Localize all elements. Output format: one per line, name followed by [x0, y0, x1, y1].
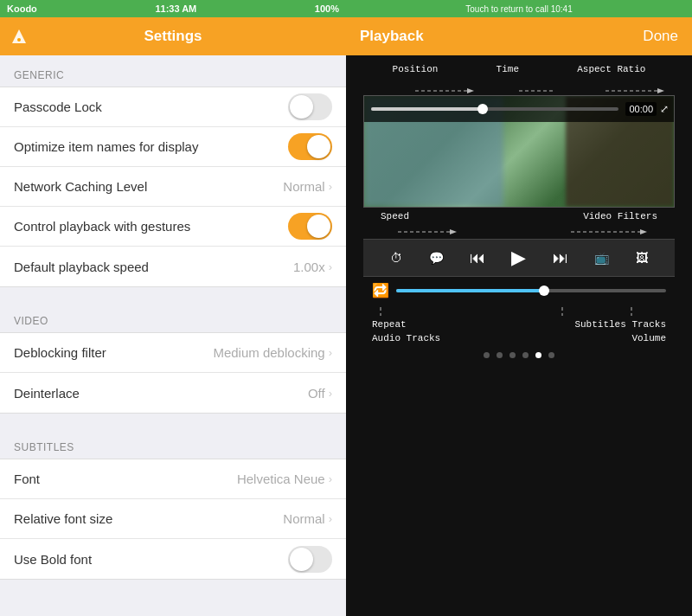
subtitle-icon[interactable]: 💬 — [429, 251, 444, 265]
display-icon[interactable]: 📺 — [594, 251, 609, 265]
bottom-labels-1: Repeat Subtitles Tracks — [363, 318, 675, 331]
volume-label: Volume — [631, 333, 666, 343]
playback-panel: Position Time Aspect Ratio — [346, 55, 692, 616]
svg-marker-5 — [467, 88, 474, 93]
aspect-ratio-label: Aspect Ratio — [577, 64, 645, 74]
annotation-arrows-middle — [363, 225, 675, 239]
svg-marker-6 — [657, 88, 664, 93]
speed-label: Speed — [381, 211, 409, 221]
font-value: Helvetica Neue › — [237, 472, 332, 486]
video-progress-bar[interactable]: 00:00 ⤢ — [364, 96, 674, 122]
bold-font-label: Use Bold font — [14, 552, 92, 567]
page-dots — [484, 345, 554, 365]
dot-2 — [497, 352, 503, 358]
passcode-lock-toggle[interactable] — [288, 93, 332, 120]
network-caching-value: Normal › — [283, 179, 332, 194]
svg-marker-10 — [640, 229, 647, 234]
svg-point-1 — [17, 38, 21, 42]
chevron-icon: › — [329, 512, 332, 525]
next-button[interactable]: ⏭ — [553, 249, 568, 267]
left-time: 11:33 AM — [155, 3, 196, 14]
clock-icon[interactable]: ⏱ — [390, 251, 402, 265]
time-label: Time — [497, 64, 519, 74]
font-size-label: Relative font size — [14, 511, 112, 526]
control-playback-toggle[interactable] — [288, 213, 332, 240]
video-settings-group: Deblocking filter Medium deblocking › De… — [0, 332, 346, 414]
annotation-arrows-bottom — [363, 304, 675, 318]
playback-title: Playback — [360, 28, 424, 45]
annotation-arrows-top — [363, 78, 675, 95]
bold-font-toggle[interactable] — [288, 546, 332, 573]
playback-speed-row[interactable]: Default playback speed 1.00x › — [0, 247, 346, 286]
playback-speed-value: 1.00x › — [293, 260, 332, 274]
deblocking-filter-label: Deblocking filter — [14, 345, 106, 360]
settings-header: Settings — [0, 17, 346, 55]
video-frame: 00:00 ⤢ — [363, 95, 675, 208]
video-filters-label: Video Filters — [583, 211, 657, 221]
svg-marker-9 — [450, 229, 457, 234]
section-video-header: VIDEO — [0, 301, 346, 332]
font-label: Font — [14, 472, 40, 486]
play-button[interactable]: ▶ — [511, 247, 526, 269]
settings-panel: GENERIC Passcode Lock Optimize item name… — [0, 55, 346, 616]
passcode-lock-row[interactable]: Passcode Lock — [0, 87, 346, 127]
control-playback-label: Control playback with gestures — [14, 219, 190, 234]
volume-slider[interactable] — [396, 289, 666, 292]
section-generic-header: GENERIC — [0, 55, 346, 87]
deinterlace-row[interactable]: Deinterlace Off › — [0, 373, 346, 413]
deblocking-filter-value: Medium deblocking › — [213, 345, 332, 360]
vlc-cone-icon — [10, 28, 28, 45]
chevron-icon: › — [329, 180, 332, 193]
left-carrier: Koodo — [7, 3, 37, 14]
subtitles-settings-group: Font Helvetica Neue › Relative font size… — [0, 459, 346, 580]
passcode-lock-label: Passcode Lock — [14, 99, 102, 114]
settings-title: Settings — [144, 28, 202, 45]
optimize-names-toggle[interactable] — [288, 133, 332, 160]
chevron-icon: › — [329, 260, 332, 273]
network-caching-row[interactable]: Network Caching Level Normal › — [0, 167, 346, 207]
bold-font-row[interactable]: Use Bold font — [0, 539, 346, 579]
optimize-names-row[interactable]: Optimize item names for display — [0, 127, 346, 167]
font-size-value: Normal › — [283, 511, 332, 526]
optimize-names-label: Optimize item names for display — [14, 139, 198, 154]
left-battery: 100% — [315, 3, 339, 14]
control-playback-row[interactable]: Control playback with gestures — [0, 207, 346, 247]
generic-settings-group: Passcode Lock Optimize item names for di… — [0, 87, 346, 287]
dot-5-active — [535, 352, 541, 358]
deinterlace-value: Off › — [308, 386, 332, 401]
font-size-row[interactable]: Relative font size Normal › — [0, 499, 346, 539]
network-caching-label: Network Caching Level — [14, 179, 147, 194]
time-display: 00:00 — [625, 102, 657, 116]
playback-content: Position Time Aspect Ratio — [346, 55, 692, 616]
left-status-bar: Koodo 11:33 AM 100% — [0, 0, 346, 17]
prev-button[interactable]: ⏮ — [470, 249, 485, 267]
chevron-icon: › — [329, 387, 332, 400]
subtitles-tracks-label: Subtitles Tracks — [574, 319, 666, 330]
deblocking-filter-row[interactable]: Deblocking filter Medium deblocking › — [0, 333, 346, 373]
chevron-icon: › — [329, 346, 332, 359]
right-status-bar: Touch to return to call 10:41 — [346, 0, 692, 17]
video-container: 00:00 ⤢ — [363, 95, 675, 208]
playback-speed-label: Default playback speed — [14, 260, 149, 274]
done-button[interactable]: Done — [643, 28, 678, 45]
controls-bar: ⏱ 💬 ⏮ ▶ ⏭ 📺 🖼 — [363, 239, 675, 277]
audio-tracks-label: Audio Tracks — [372, 333, 440, 343]
slider-row: 🔁 — [363, 277, 675, 304]
call-banner[interactable]: Touch to return to call 10:41 — [465, 4, 572, 14]
repeat-icon[interactable]: 🔁 — [372, 282, 389, 298]
chevron-icon: › — [329, 472, 332, 485]
dot-4 — [522, 352, 529, 358]
image-icon[interactable]: 🖼 — [636, 251, 648, 265]
playback-header: Playback Done — [346, 17, 692, 55]
playback-diagram: Position Time Aspect Ratio — [363, 64, 675, 345]
top-labels: Position Time Aspect Ratio — [363, 64, 675, 74]
fullscreen-icon[interactable]: ⤢ — [660, 103, 669, 115]
dot-3 — [509, 352, 516, 358]
dot-1 — [484, 352, 490, 358]
back-button[interactable] — [10, 28, 28, 45]
position-label: Position — [393, 64, 439, 74]
middle-labels: Speed Video Filters — [363, 208, 675, 225]
repeat-label: Repeat — [372, 319, 407, 330]
font-row[interactable]: Font Helvetica Neue › — [0, 459, 346, 499]
section-subtitles-header: SUBTITLES — [0, 427, 346, 459]
